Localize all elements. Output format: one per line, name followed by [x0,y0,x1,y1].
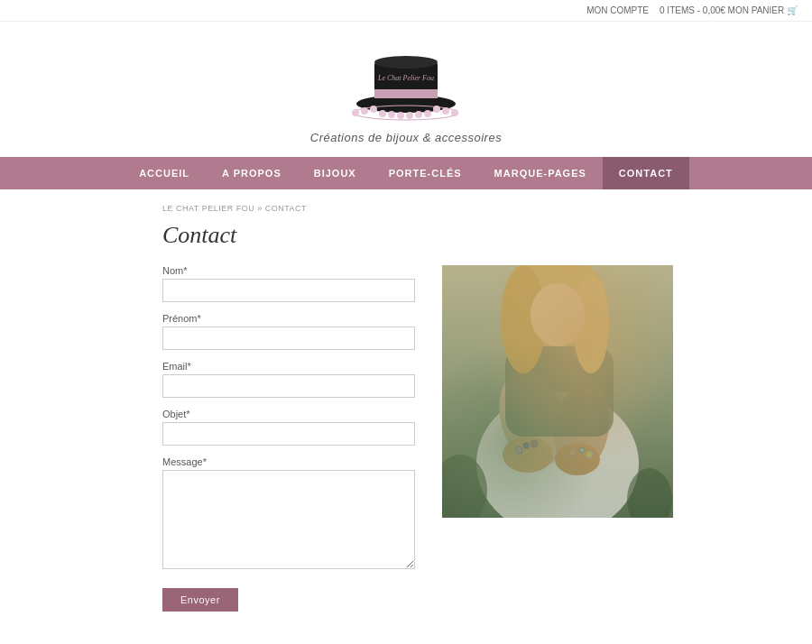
email-label: Email* [162,361,415,372]
breadcrumb: LE CHAT PELIER FOU » CONTACT [162,204,650,213]
svg-point-32 [508,265,607,346]
svg-point-7 [370,106,377,113]
svg-point-16 [451,109,458,116]
cart-label: 0 ITEMS - 0,00€ MON PANIER [660,5,784,15]
svg-point-21 [489,363,576,474]
svg-point-30 [579,447,585,453]
svg-point-9 [388,111,395,118]
svg-rect-18 [442,265,673,518]
svg-rect-23 [505,346,614,437]
svg-point-2 [374,56,438,69]
main-content: LE CHAT PELIER FOU » CONTACT Contact Nom… [0,189,812,644]
email-group: Email* [162,361,415,398]
svg-point-35 [531,283,585,346]
nav-apropos[interactable]: A PROPOS [206,157,298,189]
svg-point-37 [627,468,672,518]
svg-point-5 [352,109,359,116]
svg-rect-19 [442,265,673,518]
logo-area: Le Chat Pelier Fou Créations de bijoux &… [310,40,502,144]
prenom-label: Prénom* [162,313,415,324]
submit-button[interactable]: Envoyer [162,588,238,612]
svg-point-12 [415,111,422,118]
nav-bijoux[interactable]: BIJOUX [298,157,373,189]
nav-marquepages[interactable]: MARQUE-PAGES [478,157,603,189]
nom-label: Nom* [162,265,415,276]
svg-point-31 [586,451,593,458]
cart-link[interactable]: 0 ITEMS - 0,00€ MON PANIER 🛒 [660,5,798,15]
svg-point-14 [433,106,440,113]
breadcrumb-current: CONTACT [265,204,307,213]
site-header: Le Chat Pelier Fou Créations de bijoux &… [0,22,812,157]
svg-point-8 [379,110,386,117]
prenom-input[interactable] [162,327,415,350]
nom-group: Nom* [162,265,415,302]
svg-point-36 [442,455,487,518]
svg-point-33 [501,265,546,373]
svg-point-27 [523,443,529,448]
objet-input[interactable] [162,422,415,446]
svg-rect-3 [374,89,438,98]
nav-contact[interactable]: CONTACT [603,157,689,189]
my-account-link[interactable]: MON COMPTE [586,5,649,15]
breadcrumb-separator: » [257,204,265,213]
svg-point-28 [531,440,538,447]
svg-point-11 [406,112,413,119]
nom-input[interactable] [162,279,415,302]
main-nav: ACCUEIL A PROPOS BIJOUX PORTE-CLÉS MARQU… [0,157,812,189]
breadcrumb-home[interactable]: LE CHAT PELIER FOU [162,204,254,213]
svg-point-20 [476,391,639,518]
top-bar: MON COMPTE 0 ITEMS - 0,00€ MON PANIER 🛒 [0,0,812,22]
svg-point-13 [424,110,431,117]
svg-point-6 [361,107,368,115]
logo[interactable]: Le Chat Pelier Fou [334,40,478,125]
email-input[interactable] [162,374,415,398]
contact-layout: Nom* Prénom* Email* Objet* Message* Envo… [162,265,650,612]
svg-point-15 [442,107,449,115]
message-label: Message* [162,456,415,467]
svg-point-10 [397,112,404,119]
svg-point-22 [548,379,616,477]
message-group: Message* [162,456,415,572]
svg-point-29 [569,449,577,456]
site-tagline: Créations de bijoux & accessoires [310,131,502,144]
svg-point-25 [555,443,600,475]
cart-icon: 🛒 [787,5,798,15]
svg-point-24 [503,437,553,473]
svg-point-34 [573,274,609,373]
contact-image [442,265,673,518]
objet-label: Objet* [162,409,415,419]
prenom-group: Prénom* [162,313,415,350]
svg-text:Le Chat Pelier Fou: Le Chat Pelier Fou [377,74,434,82]
jewelry-photo [442,265,673,518]
nav-accueil[interactable]: ACCUEIL [123,157,206,189]
contact-form: Nom* Prénom* Email* Objet* Message* Envo… [162,265,415,612]
objet-group: Objet* [162,409,415,446]
svg-point-26 [515,446,522,454]
message-textarea[interactable] [162,470,415,569]
page-title: Contact [162,222,650,249]
nav-portecles[interactable]: PORTE-CLÉS [373,157,478,189]
